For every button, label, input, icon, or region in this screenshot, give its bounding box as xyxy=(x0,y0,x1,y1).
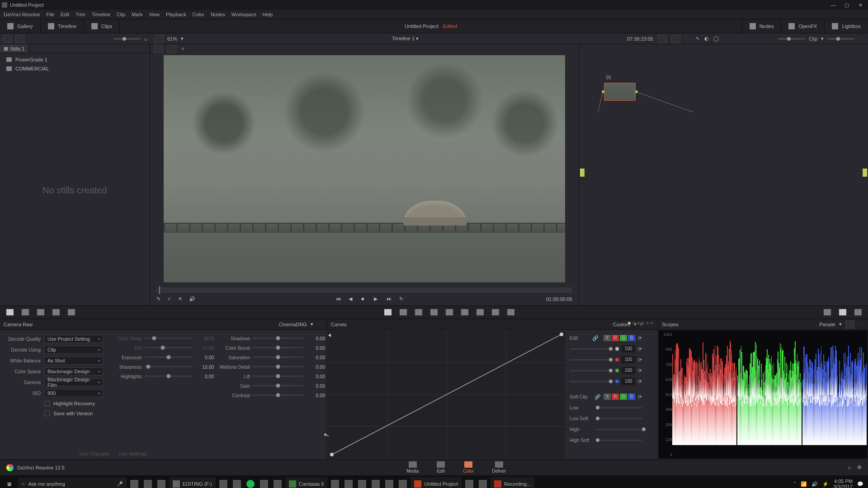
tray-icon[interactable]: 📶 xyxy=(801,481,807,487)
start-button[interactable]: ⊞ xyxy=(2,477,16,488)
scope-opt-icon[interactable] xyxy=(845,320,854,328)
app-icon[interactable] xyxy=(217,478,229,488)
intensity-slider[interactable] xyxy=(570,381,613,382)
channel-button[interactable]: Y xyxy=(604,394,611,400)
viewer-mode2-icon[interactable] xyxy=(167,45,176,53)
curves-icon[interactable] xyxy=(384,309,392,315)
menu-item[interactable]: Nodes xyxy=(211,12,225,17)
softclip-slider[interactable] xyxy=(596,440,642,441)
intensity-value[interactable]: 100 xyxy=(622,345,635,352)
app-icon[interactable] xyxy=(329,478,341,488)
play-button[interactable]: ▶ xyxy=(374,296,380,302)
viewer-image[interactable] xyxy=(150,53,579,287)
home-icon[interactable]: ⌂ xyxy=(848,465,851,470)
app-icon[interactable] xyxy=(397,478,409,488)
softclip-slider[interactable] xyxy=(596,407,642,408)
lightbox-toggle[interactable]: Lightbox xyxy=(824,19,868,33)
node-more-icon[interactable]: ⋯ xyxy=(858,36,864,42)
menu-item[interactable]: Playback xyxy=(166,12,186,17)
window-icon[interactable] xyxy=(415,309,422,315)
spotify-icon[interactable] xyxy=(245,478,256,488)
page-tab-color[interactable]: Color xyxy=(463,461,474,474)
notification-icon[interactable]: 💬 xyxy=(857,481,863,487)
menu-item[interactable]: File xyxy=(47,12,55,17)
menu-item[interactable]: Workspace xyxy=(231,12,256,17)
highlight-recovery-check[interactable]: Highlight Recovery xyxy=(5,399,103,408)
nodes-toggle[interactable]: Nodes xyxy=(742,19,781,33)
color-match-icon[interactable] xyxy=(22,309,29,315)
camera-raw-icon[interactable] xyxy=(6,309,14,315)
mail-icon[interactable] xyxy=(142,478,154,488)
taskbar-item[interactable]: EDITING (F:) xyxy=(169,477,216,488)
rgb-mixer-icon[interactable] xyxy=(52,309,60,315)
more-icon[interactable]: ⋯ xyxy=(317,321,323,327)
slider[interactable] xyxy=(145,347,193,348)
link-icon[interactable]: 🔗 xyxy=(594,394,601,400)
openfx-toggle[interactable]: OpenFX xyxy=(781,19,824,33)
reset-icon[interactable]: ⟳ xyxy=(638,379,642,385)
stills-tab[interactable]: ▦Stills 1 xyxy=(0,44,28,53)
menu-item[interactable]: Color xyxy=(193,12,204,17)
minimize-button[interactable]: — xyxy=(830,2,836,8)
zoom-label[interactable]: 61% xyxy=(167,36,177,42)
data-burn-icon[interactable] xyxy=(507,309,514,315)
channel-button[interactable]: G xyxy=(620,335,627,341)
playhead[interactable] xyxy=(159,286,160,294)
step-back-button[interactable]: ◀ xyxy=(349,296,355,302)
intensity-slider[interactable] xyxy=(570,359,613,361)
save-with-version-check[interactable]: Save with Version xyxy=(5,408,103,418)
node-thumb-slider[interactable] xyxy=(827,38,854,40)
intensity-value[interactable]: 100 xyxy=(622,356,635,363)
taskbar-item[interactable]: Recording... xyxy=(491,477,534,488)
prev-clip-button[interactable]: ⏮ xyxy=(336,296,342,302)
slider[interactable] xyxy=(253,338,303,339)
edge-icon[interactable] xyxy=(156,478,167,488)
slider[interactable] xyxy=(253,375,303,377)
reset-icon[interactable]: ⟳ xyxy=(638,357,642,363)
taskbar-item[interactable]: Camtasia 9 xyxy=(285,477,328,488)
iso-select[interactable]: 800 xyxy=(44,389,103,397)
decode-using-select[interactable]: Clip xyxy=(44,346,103,354)
intensity-value[interactable]: 100 xyxy=(622,367,635,374)
magic-wand-icon[interactable]: ✧ xyxy=(181,46,185,52)
gallery-folder[interactable]: COMMERCIAL xyxy=(0,64,150,73)
menu-item[interactable]: Timeline xyxy=(92,12,110,17)
use-changes-button[interactable]: Use Changes xyxy=(79,451,109,456)
app-icon[interactable] xyxy=(463,478,475,488)
menu-item[interactable]: DaVinci Resolve xyxy=(4,12,40,17)
picker-icon[interactable]: ✎ xyxy=(156,296,163,302)
use-settings-button[interactable]: Use Settings xyxy=(118,451,146,456)
qualifier-icon[interactable] xyxy=(400,309,407,315)
chevron-down-icon[interactable]: ▾ xyxy=(311,321,313,327)
menu-item[interactable]: Help xyxy=(263,12,273,17)
reset-icon[interactable]: ⟳ xyxy=(638,368,642,374)
timeline-name[interactable]: Timeline 1 xyxy=(392,36,415,41)
intensity-slider[interactable] xyxy=(570,348,613,350)
gamma-select[interactable]: Blackmagic Design Film xyxy=(44,378,103,386)
softclip-slider[interactable] xyxy=(596,429,642,430)
check-icon[interactable]: ✓ xyxy=(167,296,174,302)
search-icon[interactable]: ⌕ xyxy=(144,36,147,42)
app-icon[interactable] xyxy=(258,478,270,488)
clips-toggle[interactable]: Clips xyxy=(84,19,120,33)
key-icon[interactable] xyxy=(461,309,468,315)
channel-button[interactable]: R xyxy=(612,394,619,400)
viewer-scrubber[interactable] xyxy=(156,287,572,293)
slider[interactable] xyxy=(145,357,193,358)
sizing-icon[interactable] xyxy=(476,309,484,315)
reset-icon[interactable]: ⟳ xyxy=(638,335,642,341)
motion-effects-icon[interactable] xyxy=(68,309,75,315)
app-icon[interactable] xyxy=(383,478,395,488)
chrome-icon[interactable] xyxy=(477,478,489,488)
color-space-select[interactable]: Blackmagic Design xyxy=(44,367,103,375)
scopes-mode[interactable]: Parade xyxy=(820,322,835,327)
next-clip-button[interactable]: ⏭ xyxy=(387,296,393,302)
speaker-icon[interactable]: 🔊 xyxy=(189,296,195,302)
gallery-view-grid[interactable] xyxy=(3,35,12,43)
loop-button[interactable]: ↻ xyxy=(399,296,406,302)
slider[interactable] xyxy=(253,366,303,367)
gallery-toggle[interactable]: Gallery xyxy=(0,19,41,33)
tracking-icon[interactable] xyxy=(430,309,438,315)
page-tab-deliver[interactable]: Deliver xyxy=(492,461,506,474)
page-tab-edit[interactable]: Edit xyxy=(437,461,445,474)
